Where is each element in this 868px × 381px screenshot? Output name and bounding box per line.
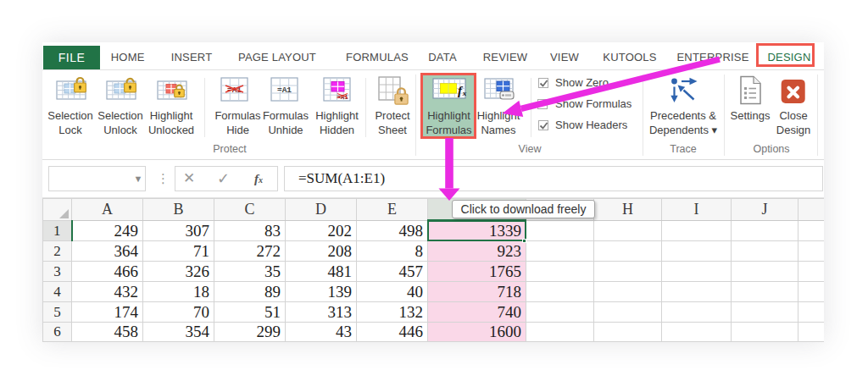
svg-text:=A1: =A1	[277, 86, 292, 95]
